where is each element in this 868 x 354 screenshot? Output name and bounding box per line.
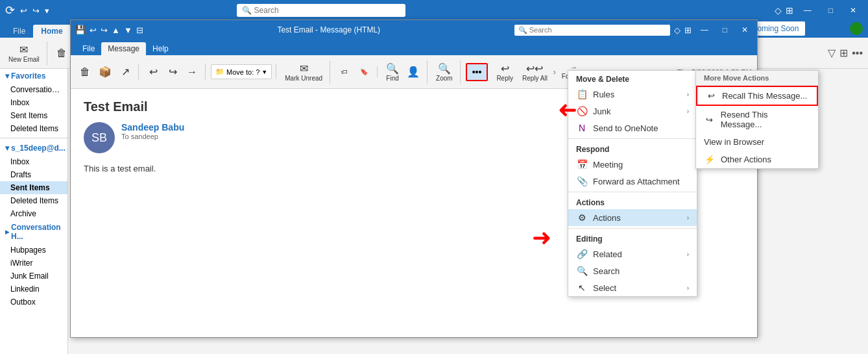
- menu-item-actions[interactable]: ⚙ Actions ›: [568, 209, 697, 226]
- title-search-box[interactable]: 🔍: [237, 4, 405, 17]
- msg-delete-button[interactable]: 🗑: [76, 64, 94, 80]
- msg-moveto-button[interactable]: 📁 Move to: ? ▼: [211, 64, 272, 79]
- submenu-item-other-actions[interactable]: ⚡ Other Actions: [696, 151, 818, 168]
- minimize-btn[interactable]: —: [797, 3, 818, 18]
- more-options-icon[interactable]: •••: [852, 47, 863, 59]
- select-arrow-icon: ›: [687, 284, 689, 292]
- new-email-icon: ✉: [19, 44, 28, 56]
- sidebar-item-drafts-acc[interactable]: Drafts: [0, 168, 67, 181]
- submenu-item-recall[interactable]: ↩ Recall This Message...: [696, 86, 818, 106]
- filter-icon[interactable]: ▽: [828, 47, 836, 59]
- menu-item-meeting[interactable]: 📅 Meeting: [568, 156, 697, 173]
- delete-button[interactable]: 🗑: [53, 45, 71, 61]
- msg-search-input[interactable]: [529, 26, 646, 34]
- msg-more-button[interactable]: •••: [466, 63, 488, 81]
- menu-item-rules[interactable]: 📋 Rules ›: [568, 86, 697, 103]
- msg-reply-all-button[interactable]: ↩↩ Reply All: [519, 60, 551, 84]
- profile-circle-icon: [850, 22, 863, 35]
- msg-reply-button[interactable]: ↩ Reply: [493, 60, 516, 84]
- red-arrow-pointing-left: ➜: [558, 96, 577, 123]
- sidebar-item-iwriter[interactable]: iWriter: [0, 257, 67, 270]
- redo-msg-icon[interactable]: ↪: [101, 25, 108, 35]
- menu-item-send-onenote[interactable]: N Send to OneNote: [568, 120, 697, 136]
- submenu-item-view-browser[interactable]: View in Browser: [696, 133, 818, 151]
- sidebar-item-junk[interactable]: Junk Email: [0, 270, 67, 283]
- menu-item-select[interactable]: ↖ Select ›: [568, 279, 697, 296]
- try-now-link[interactable]: Try it now: [811, 24, 845, 33]
- menu-item-related[interactable]: 🔗 Related ›: [568, 246, 697, 262]
- layout-icon[interactable]: ⊞: [839, 47, 848, 59]
- title-search-input[interactable]: [254, 6, 384, 15]
- sidebar-item-outbox[interactable]: Outbox: [0, 296, 67, 309]
- msg-find-button[interactable]: 🔍 Find: [383, 60, 402, 84]
- msg-ribbon-tabs: File Message Help: [71, 40, 757, 55]
- sidebar-item-sent-acc[interactable]: Sent Items: [0, 181, 67, 194]
- msg-move-icon: ↗: [121, 66, 130, 78]
- msg-move-button[interactable]: ↗: [116, 64, 134, 80]
- msg-tab-help[interactable]: Help: [146, 42, 175, 55]
- submenu-header: More Move Actions: [696, 71, 818, 86]
- new-email-button[interactable]: ✉ New Email: [5, 42, 43, 65]
- msg-categories-group: 🏷 🔖: [335, 66, 378, 77]
- msg-delete-icon: 🗑: [80, 66, 90, 78]
- msg-people-button[interactable]: 👤: [404, 64, 423, 80]
- sidebar-item-deleted-acc[interactable]: Deleted Items: [0, 194, 67, 207]
- msg-tab-message[interactable]: Message: [101, 42, 146, 55]
- related-icon: 🔗: [576, 249, 588, 259]
- msg-ribbon-more-icon[interactable]: ›: [553, 68, 556, 77]
- msg-next-button[interactable]: →: [183, 64, 201, 80]
- menu-divider-3: [568, 228, 697, 229]
- sidebar-item-archive-acc[interactable]: Archive: [0, 207, 67, 220]
- junk-arrow-icon: ›: [687, 108, 689, 115]
- msg-minimize-btn[interactable]: —: [695, 23, 714, 36]
- msg-archive-button[interactable]: 📦: [95, 64, 115, 80]
- maximize-btn[interactable]: □: [822, 3, 839, 18]
- up-msg-icon[interactable]: ▲: [112, 25, 120, 35]
- junk-icon: 🚫: [576, 106, 588, 116]
- grid-msg-icon: ⊞: [684, 25, 692, 35]
- close-btn[interactable]: ✕: [843, 3, 863, 18]
- redo-icon[interactable]: ↪: [32, 6, 40, 16]
- tab-file[interactable]: File: [5, 25, 33, 38]
- tab-home[interactable]: Home: [33, 25, 70, 38]
- undo-msg-icon[interactable]: ↩: [90, 25, 97, 35]
- sidebar-item-inbox-acc[interactable]: Inbox: [0, 155, 67, 168]
- msg-markunread-button[interactable]: ✉ Mark Unread: [282, 60, 326, 84]
- msg-maximize-btn[interactable]: □: [717, 23, 732, 36]
- msg-back-icon: ↩: [149, 66, 158, 78]
- sidebar-item-deleted-fav[interactable]: Deleted Items: [0, 122, 67, 135]
- sidebar-item-sent-fav[interactable]: Sent Items: [0, 109, 67, 122]
- actions-icon: ⚙: [576, 212, 588, 223]
- submenu-item-resend[interactable]: ↪ Resend This Message...: [696, 106, 818, 133]
- menu-item-search[interactable]: 🔍 Search: [568, 262, 697, 279]
- pin-msg-icon[interactable]: ⊟: [136, 25, 143, 35]
- chevron-down-icon: ▾: [5, 71, 9, 81]
- related-arrow-icon: ›: [687, 251, 689, 258]
- down-msg-icon[interactable]: ▼: [124, 25, 132, 35]
- msg-find-icon: 🔍: [386, 62, 399, 75]
- moveto-icon: 📁: [215, 68, 224, 76]
- msg-back-button[interactable]: ↩: [144, 64, 162, 80]
- msg-tags-button[interactable]: 🔖: [355, 66, 373, 77]
- msg-tab-file[interactable]: File: [76, 42, 101, 55]
- msg-categories-button[interactable]: 🏷: [335, 66, 354, 77]
- sidebar-item-hubpages[interactable]: Hubpages: [0, 244, 67, 257]
- qat-more-icon[interactable]: ▾: [45, 6, 49, 16]
- msg-close-btn[interactable]: ✕: [736, 23, 753, 36]
- msg-title-search[interactable]: 🔍: [514, 25, 670, 36]
- sidebar: ▾ Favorites Conversation H... Inbox Sent…: [0, 69, 68, 354]
- sidebar-item-conv-h-fav[interactable]: Conversation H...: [0, 83, 67, 96]
- categories-icon: 🏷: [341, 68, 348, 75]
- msg-zoom-button[interactable]: 🔍 Zoom: [433, 60, 456, 84]
- msg-markunread-group: ✉ Mark Unread: [282, 60, 330, 84]
- menu-item-forward-attachment[interactable]: 📎 Forward as Attachment: [568, 173, 697, 190]
- sidebar-item-linkedin[interactable]: Linkedin: [0, 283, 67, 296]
- undo-icon[interactable]: ↩: [20, 6, 27, 16]
- menu-item-junk[interactable]: 🚫 Junk ›: [568, 103, 697, 120]
- meeting-icon: 📅: [576, 159, 588, 170]
- sidebar-item-inbox-fav[interactable]: Inbox: [0, 96, 67, 109]
- sidebar-divider: [0, 138, 67, 138]
- save-icon[interactable]: 💾: [75, 25, 86, 35]
- msg-forward-nav-button[interactable]: ↪: [163, 64, 182, 80]
- red-arrow-pointing-left-2: ➜: [532, 224, 551, 251]
